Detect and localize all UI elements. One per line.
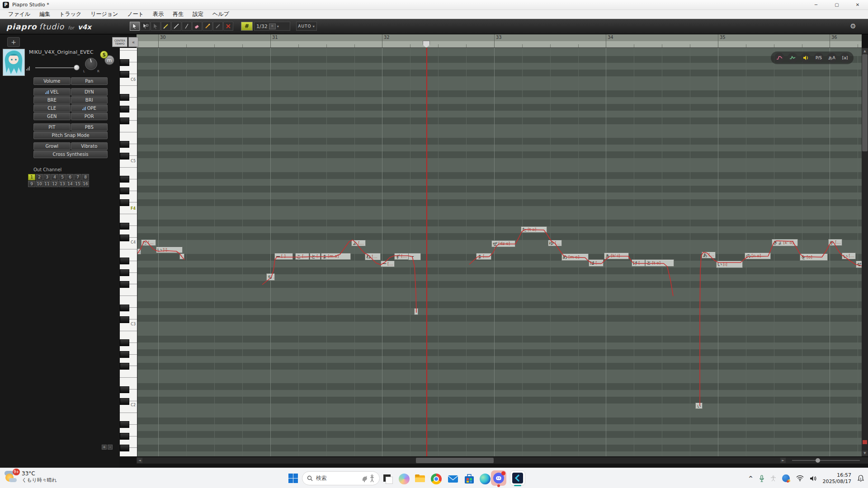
param-button-pit[interactable]: PIT: [33, 123, 71, 131]
piano-key-black[interactable]: [120, 106, 129, 113]
maximize-button[interactable]: ▢: [826, 0, 847, 9]
piano-key-black[interactable]: [120, 188, 129, 194]
copilot-icon[interactable]: [399, 474, 410, 484]
piano-key-black[interactable]: [120, 153, 129, 160]
scroll-right-arrow[interactable]: ►: [780, 458, 786, 463]
piano-key-black[interactable]: [120, 176, 129, 183]
out-channel-9[interactable]: 9: [28, 181, 35, 187]
out-channel-5[interactable]: 5: [59, 174, 66, 180]
param-button-volume[interactable]: Volume: [33, 77, 71, 85]
note[interactable]: ー: [408, 253, 421, 260]
param-button-cross-synthesis[interactable]: Cross Synthesis: [33, 150, 108, 158]
scroll-up-arrow[interactable]: ▲: [862, 48, 868, 54]
note[interactable]: よ[…: [351, 240, 366, 246]
out-channel-2[interactable]: 2: [36, 174, 43, 180]
note[interactable]: ま[…: [476, 253, 491, 260]
param-button-bre[interactable]: BRE: [33, 96, 71, 104]
out-channel-4[interactable]: 4: [51, 174, 58, 180]
pitch-vibrato-icon[interactable]: [788, 53, 797, 63]
gear-icon[interactable]: ⚙: [848, 22, 858, 31]
param-button-vel[interactable]: VEL: [33, 88, 71, 96]
measure-ruler[interactable]: 30313233343536: [137, 34, 862, 48]
param-button-pbs[interactable]: PBS: [71, 123, 108, 131]
note[interactable]: い[i]: [156, 247, 183, 253]
note[interactable]: ま[m a]: [321, 253, 351, 260]
menu-item-5[interactable]: 表示: [148, 10, 168, 18]
piano-key-black[interactable]: [120, 71, 129, 78]
phoneme-toggle-icon[interactable]: [a]: [840, 53, 850, 63]
out-channel-12[interactable]: 12: [51, 181, 58, 187]
select-note-tool[interactable]: [140, 22, 150, 31]
piano-key-black[interactable]: [120, 316, 129, 323]
param-button-dyn[interactable]: DYN: [71, 88, 108, 96]
vertical-scroll-thumb[interactable]: [862, 54, 868, 151]
out-channel-11[interactable]: 11: [43, 181, 51, 187]
center-tempo-badge[interactable]: CENTERTEMPO: [112, 37, 127, 47]
param-button-gen[interactable]: GEN: [33, 113, 71, 120]
note[interactable]: ぜ[dz e]: [491, 240, 515, 247]
piano-key-black[interactable]: [120, 199, 129, 206]
piano-key-black[interactable]: [120, 363, 129, 370]
piano-key-black[interactable]: [120, 269, 129, 276]
piano-key-black[interactable]: [120, 141, 129, 148]
param-button-growl[interactable]: Growl: [33, 142, 71, 150]
pan-knob[interactable]: [85, 58, 97, 70]
track-name[interactable]: MIKU_V4X_Original_EVEC: [29, 49, 94, 55]
out-channel-1[interactable]: 1: [28, 174, 35, 180]
menu-item-8[interactable]: ヘルプ: [208, 10, 234, 18]
param-button-cle[interactable]: CLE: [33, 104, 71, 112]
menu-item-6[interactable]: 再生: [168, 10, 188, 18]
piano-key-black[interactable]: [120, 445, 129, 451]
chrome-icon[interactable]: [431, 474, 442, 484]
collapse-button[interactable]: «: [128, 37, 138, 47]
piano-key-black[interactable]: [120, 117, 129, 124]
note[interactable]: あ[…: [702, 252, 716, 258]
note[interactable]: め[m e]: [561, 253, 589, 261]
select-disabled-tool[interactable]: [151, 22, 160, 31]
volume-slider-handle[interactable]: [74, 65, 80, 70]
piano-key-black[interactable]: [120, 421, 129, 428]
close-button[interactable]: ✕: [847, 0, 868, 9]
horizontal-scrollbar[interactable]: ◄ ►: [137, 457, 868, 464]
menu-item-3[interactable]: リージョン: [86, 10, 123, 18]
pencil-disabled-tool[interactable]: [213, 22, 223, 31]
desktops-icon[interactable]: [382, 474, 393, 484]
out-channel-14[interactable]: 14: [66, 181, 74, 187]
note[interactable]: …: [137, 249, 141, 254]
out-channel-7[interactable]: 7: [74, 174, 81, 180]
piano-key-black[interactable]: [120, 59, 129, 66]
notification-bell-icon[interactable]: z: [857, 475, 864, 482]
tray-chevron-icon[interactable]: ^: [749, 475, 753, 482]
wifi-icon[interactable]: [796, 475, 804, 481]
pencil-tool[interactable]: [161, 22, 171, 31]
snap-value-dropdown[interactable]: 1/32 ⌗ ▾: [254, 22, 290, 31]
note[interactable]: か[…: [828, 239, 842, 246]
menu-item-2[interactable]: トラック: [55, 10, 86, 18]
out-channel-13[interactable]: 13: [59, 181, 66, 187]
note[interactable]: ず[…: [394, 253, 409, 260]
note[interactable]: きょ[k' o]: [772, 239, 798, 246]
menu-item-7[interactable]: 設定: [188, 10, 208, 18]
note[interactable]: ち…: [266, 273, 275, 281]
playhead-line[interactable]: [426, 48, 427, 456]
note[interactable]: は[…: [589, 259, 604, 267]
solo-button[interactable]: S: [100, 51, 108, 59]
note[interactable]: ゆ[…: [548, 240, 562, 246]
scroll-left-arrow[interactable]: ◄: [137, 458, 142, 463]
menu-item-1[interactable]: 編集: [35, 10, 55, 18]
piano-key-black[interactable]: [120, 235, 129, 241]
timeline-zoom-knob[interactable]: [816, 458, 820, 463]
auto-button[interactable]: AUTO ▾: [296, 22, 317, 31]
piano-key-black[interactable]: [120, 339, 129, 346]
volume-tray-icon[interactable]: [810, 475, 817, 482]
note[interactable]: と[t o]: [645, 259, 674, 267]
param-button-por[interactable]: POR: [71, 113, 108, 120]
note[interactable]: ね[…: [365, 253, 381, 260]
minimize-button[interactable]: ─: [806, 0, 826, 9]
discord-icon[interactable]: [493, 473, 504, 483]
weather-widget[interactable]: 9+ 33°C くもり時々晴れ: [5, 470, 57, 483]
add-track-button[interactable]: +: [7, 37, 20, 47]
horizontal-scroll-thumb[interactable]: [416, 458, 494, 463]
note[interactable]: い[i]: [716, 261, 743, 268]
piano-key-black[interactable]: [120, 258, 129, 264]
